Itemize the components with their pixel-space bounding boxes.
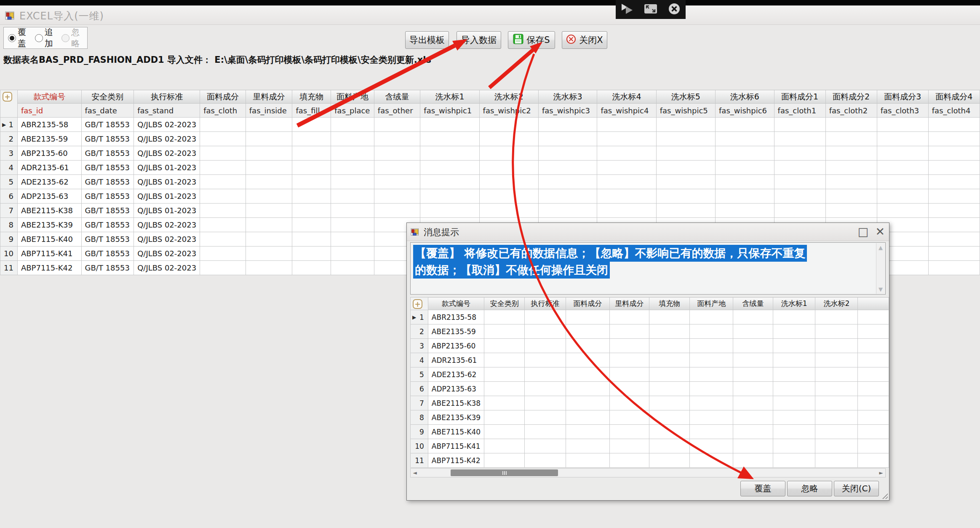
cell-col5[interactable] (649, 453, 690, 468)
row-selector[interactable]: 9 (0, 232, 18, 247)
column-header-fas_cloth1[interactable]: 面料成分1 (774, 90, 825, 104)
row-selector[interactable]: 4 (0, 161, 18, 175)
cell-col5[interactable] (649, 396, 690, 410)
cell-fas_id[interactable]: ABE7115-K40 (17, 232, 81, 247)
cell-fas_wishpic5[interactable] (656, 146, 715, 161)
cell-fas_stand[interactable]: Q/JLBS 01-2023 (134, 189, 200, 204)
cell-col5[interactable] (649, 439, 690, 453)
cell-fas_place[interactable] (331, 161, 374, 175)
column-header-col0[interactable]: 款式编号 (428, 298, 484, 310)
cell-fas_other[interactable] (374, 175, 420, 189)
cell-fas_date[interactable]: GB/T 18553 (81, 261, 134, 275)
cell-col4[interactable] (609, 425, 649, 439)
cell-fas_stand[interactable]: Q/JLBS 02-2023 (134, 132, 200, 146)
cell-col7[interactable] (733, 425, 773, 439)
cell-col10[interactable] (858, 339, 889, 353)
cell-col7[interactable] (733, 353, 773, 367)
cell-fas_cloth1[interactable] (774, 204, 825, 218)
cell-fas_cloth3[interactable] (877, 204, 928, 218)
scroll-down-icon[interactable]: ▼ (879, 286, 883, 292)
cell-fas_date[interactable]: GB/T 18553 (81, 232, 134, 247)
field-header-fas_fill[interactable]: fas_fill (292, 104, 331, 118)
field-header-fas_wishpic2[interactable]: fas_wishpic2 (479, 104, 538, 118)
cell-fas_wishpic4[interactable] (597, 189, 656, 204)
cell-fas_inside[interactable] (246, 161, 292, 175)
cell-fas_inside[interactable] (246, 204, 292, 218)
column-header-fas_wishpic2[interactable]: 洗水标2 (479, 90, 538, 104)
cell-fas_cloth4[interactable] (928, 247, 980, 261)
cell-fas_wishpic4[interactable] (597, 204, 656, 218)
cell-fas_place[interactable] (331, 132, 374, 146)
cell-fas_other[interactable] (374, 132, 420, 146)
cell-fas_cloth[interactable] (200, 261, 246, 275)
close-window-button[interactable]: 关闭X (562, 31, 607, 49)
cell-fas_cloth[interactable] (200, 204, 246, 218)
cell-fas_wishpic1[interactable] (420, 146, 479, 161)
field-header-fas_wishpic1[interactable]: fas_wishpic1 (420, 104, 479, 118)
scroll-up-icon[interactable]: ▲ (879, 244, 883, 251)
cell-fas_fill[interactable] (292, 146, 331, 161)
cell-fas_wishpic5[interactable] (656, 189, 715, 204)
import-mode-radio-1[interactable]: 追加 (35, 27, 56, 49)
grid-corner-add-button[interactable]: + (411, 298, 428, 310)
row-selector[interactable]: 6 (411, 382, 428, 396)
field-header-fas_other[interactable]: fas_other (374, 104, 420, 118)
cell-fas_inside[interactable] (246, 118, 292, 132)
cell-col8[interactable] (773, 310, 815, 324)
cell-fas_inside[interactable] (246, 132, 292, 146)
cell-col4[interactable] (609, 439, 649, 453)
cell-col8[interactable] (773, 453, 815, 468)
cell-fas_wishpic2[interactable] (479, 175, 538, 189)
cell-col7[interactable] (733, 339, 773, 353)
cell-fas_wishpic1[interactable] (420, 118, 479, 132)
field-header-fas_cloth3[interactable]: fas_cloth3 (877, 104, 928, 118)
cell-col0[interactable]: ADP2135-63 (428, 382, 484, 396)
cell-col1[interactable] (484, 367, 525, 382)
cell-fas_cloth[interactable] (200, 146, 246, 161)
field-header-fas_cloth[interactable]: fas_cloth (200, 104, 246, 118)
cell-col0[interactable]: ADR2135-61 (428, 353, 484, 367)
cell-col0[interactable]: ABE2135-K39 (428, 410, 484, 425)
cell-fas_date[interactable]: GB/T 18553 (81, 132, 134, 146)
row-selector[interactable]: 11 (0, 261, 18, 275)
row-selector[interactable]: 2 (411, 324, 428, 339)
row-selector[interactable]: 1▶ (411, 310, 428, 324)
cell-fas_date[interactable]: GB/T 18553 (81, 118, 134, 132)
column-header-col3[interactable]: 面料成分 (566, 298, 609, 310)
cell-col0[interactable]: ABE7115-K40 (428, 425, 484, 439)
cell-fas_inside[interactable] (246, 189, 292, 204)
cell-fas_id[interactable]: ABP7115-K42 (17, 261, 81, 275)
cell-fas_stand[interactable]: Q/JLBS 01-2023 (134, 204, 200, 218)
cell-col3[interactable] (566, 324, 609, 339)
cell-fas_wishpic5[interactable] (656, 132, 715, 146)
cell-fas_cloth2[interactable] (825, 161, 877, 175)
row-selector[interactable]: 7 (0, 204, 18, 218)
dialog-close-button[interactable]: 关闭(C) (834, 481, 879, 496)
column-header-fas_wishpic6[interactable]: 洗水标6 (716, 90, 774, 104)
cell-fas_wishpic2[interactable] (479, 204, 538, 218)
cell-col1[interactable] (484, 425, 525, 439)
cell-col9[interactable] (815, 353, 858, 367)
cell-fas_cloth[interactable] (200, 189, 246, 204)
field-header-fas_date[interactable]: fas_date (81, 104, 134, 118)
cell-col5[interactable] (649, 382, 690, 396)
cell-fas_fill[interactable] (292, 204, 331, 218)
cell-fas_cloth4[interactable] (928, 232, 980, 247)
cell-col8[interactable] (773, 382, 815, 396)
cell-fas_cloth4[interactable] (928, 118, 980, 132)
cell-fas_cloth2[interactable] (825, 118, 877, 132)
cell-col9[interactable] (815, 367, 858, 382)
cell-fas_date[interactable]: GB/T 18553 (81, 189, 134, 204)
cell-fas_id[interactable]: ABE2135-K39 (17, 218, 81, 232)
media-next-icon[interactable] (621, 3, 633, 16)
dialog-maximize-icon[interactable]: □ (858, 225, 869, 239)
column-header-fas_cloth3[interactable]: 面料成分3 (877, 90, 928, 104)
cell-fas_fill[interactable] (292, 161, 331, 175)
export-template-button[interactable]: 导出模板 (405, 31, 449, 49)
cell-fas_wishpic4[interactable] (597, 132, 656, 146)
cell-col8[interactable] (773, 367, 815, 382)
cell-fas_place[interactable] (331, 232, 374, 247)
field-header-fas_wishpic6[interactable]: fas_wishpic6 (716, 104, 774, 118)
row-selector[interactable]: 6 (0, 189, 18, 204)
cell-col1[interactable] (484, 353, 525, 367)
